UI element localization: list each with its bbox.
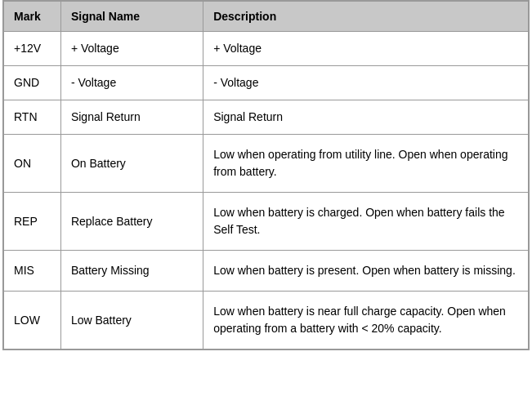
table-row: RTNSignal ReturnSignal Return xyxy=(4,100,529,135)
table-row: GND- Voltage- Voltage xyxy=(4,66,529,100)
header-signal: Signal Name xyxy=(60,2,203,32)
table-row: LOWLow BatteryLow when battery is near f… xyxy=(4,292,529,349)
header-mark: Mark xyxy=(4,2,61,32)
cell-description: Low when operating from utility line. Op… xyxy=(203,135,529,193)
cell-mark: LOW xyxy=(4,292,61,349)
cell-signal: + Voltage xyxy=(60,32,203,66)
table-row: REPReplace BatteryLow when battery is ch… xyxy=(4,193,529,251)
table-row: MISBattery MissingLow when battery is pr… xyxy=(4,251,529,292)
header-description: Description xyxy=(203,2,529,32)
table-row: ONOn BatteryLow when operating from util… xyxy=(4,135,529,193)
table-header-row: Mark Signal Name Description xyxy=(4,2,529,32)
cell-description: - Voltage xyxy=(203,66,529,100)
cell-mark: +12V xyxy=(4,32,61,66)
cell-mark: MIS xyxy=(4,251,61,292)
cell-mark: ON xyxy=(4,135,61,193)
cell-signal: Battery Missing xyxy=(60,251,203,292)
cell-description: Low when battery is near full charge cap… xyxy=(203,292,529,349)
table-row: +12V+ Voltage+ Voltage xyxy=(4,32,529,66)
cell-signal: - Voltage xyxy=(60,66,203,100)
cell-description: + Voltage xyxy=(203,32,529,66)
cell-mark: RTN xyxy=(4,100,61,135)
cell-description: Low when battery is present. Open when b… xyxy=(203,251,529,292)
cell-signal: Low Battery xyxy=(60,292,203,349)
cell-description: Low when battery is charged. Open when b… xyxy=(203,193,529,251)
cell-mark: REP xyxy=(4,193,61,251)
cell-description: Signal Return xyxy=(203,100,529,135)
cell-signal: Signal Return xyxy=(60,100,203,135)
signal-table: Mark Signal Name Description +12V+ Volta… xyxy=(2,0,530,350)
cell-signal: On Battery xyxy=(60,135,203,193)
cell-signal: Replace Battery xyxy=(60,193,203,251)
cell-mark: GND xyxy=(4,66,61,100)
